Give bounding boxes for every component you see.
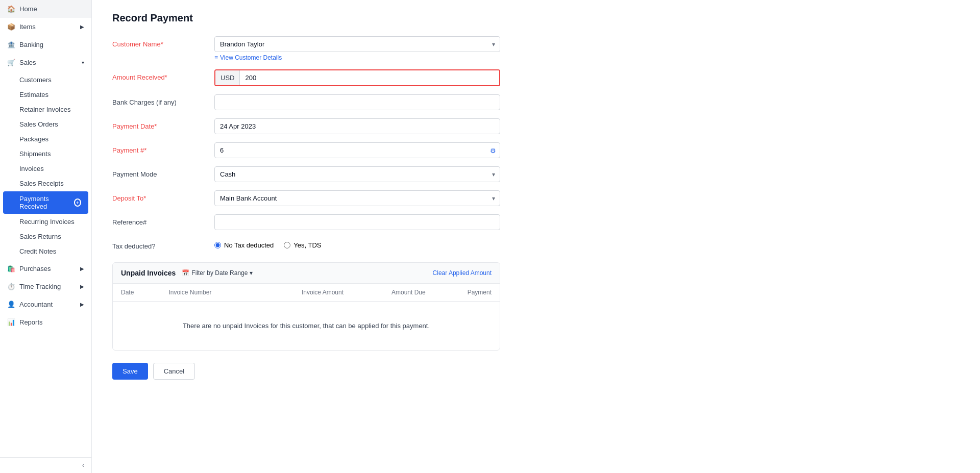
payment-mode-select[interactable]: Cash Check Credit Card Bank Transfer Oth… (214, 166, 500, 182)
accountant-icon: 👤 (7, 301, 15, 308)
bank-charges-input[interactable] (214, 94, 500, 110)
sidebar-item-invoices[interactable]: Invoices (0, 161, 91, 176)
amount-received-row: Amount Received* USD (112, 69, 500, 86)
sidebar-item-items[interactable]: 📦 Items ▶ (0, 18, 91, 36)
deposit-to-label: Deposit To* (112, 190, 214, 202)
sidebar-item-sales-receipts[interactable]: Sales Receipts (0, 176, 91, 191)
time-tracking-arrow-icon: ▶ (80, 284, 84, 289)
purchases-arrow-icon: ▶ (80, 266, 84, 271)
payment-date-row: Payment Date* (112, 118, 500, 134)
record-payment-form: Customer Name* Brandon Taylor ≡ View Cus… (112, 36, 500, 380)
gear-icon[interactable]: ⚙ (490, 146, 496, 154)
sidebar-item-estimates[interactable]: Estimates (0, 87, 91, 102)
collapse-icon: ‹ (82, 462, 84, 469)
sidebar-item-home[interactable]: 🏠 Home (0, 0, 91, 18)
payment-number-field: ⚙ (214, 142, 500, 158)
deposit-to-select[interactable]: Main Bank Account Petty Cash Savings Acc… (214, 190, 500, 206)
col-date: Date (113, 284, 160, 302)
payment-number-row: Payment #* ⚙ (112, 142, 500, 158)
col-invoice-number: Invoice Number (160, 284, 257, 302)
payment-mode-label: Payment Mode (112, 166, 214, 178)
sales-submenu: Customers Estimates Retainer Invoices Sa… (0, 72, 91, 259)
purchases-icon: 🛍️ (7, 265, 15, 272)
sidebar-item-recurring-invoices[interactable]: Recurring Invoices (0, 214, 91, 229)
col-amount-due: Amount Due (352, 284, 434, 302)
amount-received-label: Amount Received* (112, 69, 214, 81)
sidebar: 🏠 Home 📦 Items ▶ 🏦 Banking 🛒 Sales ▾ Cus… (0, 0, 92, 473)
items-arrow-icon: ▶ (80, 24, 84, 30)
save-button[interactable]: Save (112, 363, 148, 380)
payments-received-badge: + (74, 198, 81, 207)
reference-field (214, 214, 500, 230)
unpaid-invoices-section: Unpaid Invoices 📅 Filter by Date Range ▾… (112, 262, 500, 351)
deposit-to-select-wrapper: Main Bank Account Petty Cash Savings Acc… (214, 190, 500, 206)
sidebar-item-banking[interactable]: 🏦 Banking (0, 36, 91, 54)
currency-label: USD (215, 70, 240, 85)
view-customer-link[interactable]: ≡ View Customer Details (214, 54, 500, 61)
sidebar-item-payments-received[interactable]: Payments Received + (3, 191, 88, 214)
col-invoice-amount: Invoice Amount (257, 284, 352, 302)
deposit-to-field: Main Bank Account Petty Cash Savings Acc… (214, 190, 500, 206)
sidebar-item-packages[interactable]: Packages (0, 132, 91, 146)
action-buttons: Save Cancel (112, 363, 500, 380)
calendar-icon: 📅 (182, 269, 189, 277)
amount-input[interactable] (240, 70, 499, 85)
col-payment: Payment (434, 284, 500, 302)
unpaid-invoices-table: Date Invoice Number Invoice Amount Amoun… (113, 284, 500, 350)
payment-date-input[interactable] (214, 118, 500, 134)
payment-mode-field: Cash Check Credit Card Bank Transfer Oth… (214, 166, 500, 182)
reference-row: Reference# (112, 214, 500, 230)
sales-arrow-icon: ▾ (82, 60, 84, 65)
tax-radio-group: No Tax deducted Yes, TDS (214, 238, 500, 249)
yes-tds-radio[interactable] (284, 242, 290, 248)
no-tax-radio[interactable] (214, 242, 221, 248)
sidebar-item-purchases[interactable]: 🛍️ Purchases ▶ (0, 260, 91, 278)
sidebar-item-sales-returns[interactable]: Sales Returns (0, 229, 91, 244)
filter-dropdown-icon: ▾ (250, 269, 253, 277)
customer-name-row: Customer Name* Brandon Taylor ≡ View Cus… (112, 36, 500, 61)
bank-charges-label: Bank Charges (if any) (112, 94, 214, 106)
bank-charges-field (214, 94, 500, 110)
payment-mode-select-wrapper: Cash Check Credit Card Bank Transfer Oth… (214, 166, 500, 182)
customer-name-field: Brandon Taylor ≡ View Customer Details (214, 36, 500, 61)
customer-name-select-wrapper: Brandon Taylor (214, 36, 500, 52)
items-icon: 📦 (7, 23, 15, 31)
payment-date-field (214, 118, 500, 134)
unpaid-invoices-title: Unpaid Invoices (121, 269, 176, 277)
amount-field-wrapper: USD (214, 69, 500, 86)
clear-applied-amount-button[interactable]: Clear Applied Amount (433, 269, 492, 277)
page-title: Record Payment (112, 12, 960, 24)
sidebar-item-reports[interactable]: 📊 Reports (0, 313, 91, 331)
sidebar-item-accountant[interactable]: 👤 Accountant ▶ (0, 295, 91, 313)
accountant-arrow-icon: ▶ (80, 302, 84, 307)
reports-icon: 📊 (7, 318, 15, 326)
sidebar-item-sales[interactable]: 🛒 Sales ▾ (0, 54, 91, 71)
sidebar-item-shipments[interactable]: Shipments (0, 146, 91, 161)
payment-mode-row: Payment Mode Cash Check Credit Card Bank… (112, 166, 500, 182)
no-tax-option[interactable]: No Tax deducted (214, 241, 274, 249)
reference-input[interactable] (214, 214, 500, 230)
cancel-button[interactable]: Cancel (153, 363, 195, 380)
payment-date-label: Payment Date* (112, 118, 214, 130)
sidebar-item-credit-notes[interactable]: Credit Notes (0, 244, 91, 259)
customer-name-select[interactable]: Brandon Taylor (214, 36, 500, 52)
time-tracking-icon: ⏱️ (7, 283, 15, 290)
tax-deducted-field: No Tax deducted Yes, TDS (214, 238, 500, 249)
sidebar-item-time-tracking[interactable]: ⏱️ Time Tracking ▶ (0, 278, 91, 295)
banking-icon: 🏦 (7, 41, 15, 48)
payment-number-label: Payment #* (112, 142, 214, 154)
filter-date-range-button[interactable]: 📅 Filter by Date Range ▾ (182, 269, 253, 277)
payment-number-input[interactable] (214, 142, 500, 158)
sidebar-item-retainer-invoices[interactable]: Retainer Invoices (0, 102, 91, 117)
bank-charges-row: Bank Charges (if any) (112, 94, 500, 110)
main-content: Record Payment Customer Name* Brandon Ta… (92, 0, 980, 473)
empty-invoices-message: There are no unpaid Invoices for this cu… (113, 302, 500, 350)
sales-icon: 🛒 (7, 59, 15, 66)
sidebar-item-sales-orders[interactable]: Sales Orders (0, 117, 91, 132)
yes-tds-option[interactable]: Yes, TDS (284, 241, 321, 249)
amount-received-field: USD (214, 69, 500, 86)
home-icon: 🏠 (7, 5, 15, 13)
reference-label: Reference# (112, 214, 214, 226)
sidebar-collapse-button[interactable]: ‹ (0, 457, 91, 473)
sidebar-item-customers[interactable]: Customers (0, 72, 91, 87)
